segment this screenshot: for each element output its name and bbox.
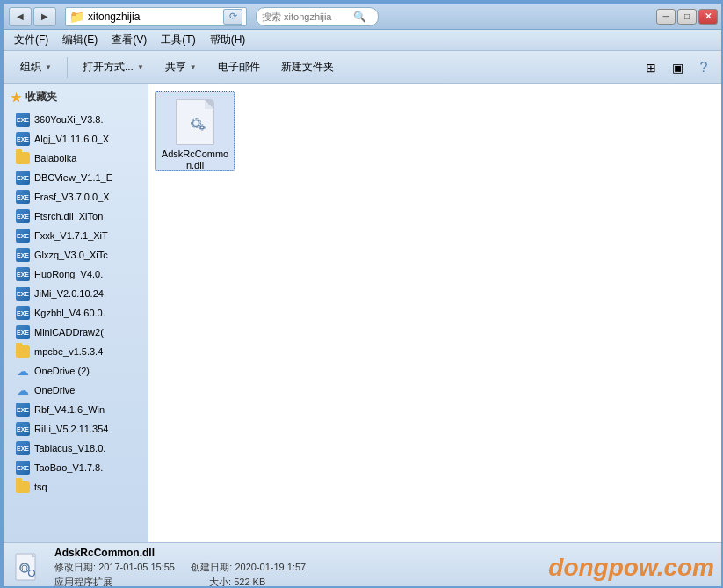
sidebar-icon-19 — [16, 480, 30, 494]
menu-tools[interactable]: 工具(T) — [154, 31, 202, 49]
menu-bar: 文件(F) 编辑(E) 查看(V) 工具(T) 帮助(H) — [4, 30, 723, 51]
sidebar-item-16[interactable]: EXE RiLi_V5.2.11.354 — [4, 419, 148, 439]
sidebar-icon-11: EXE — [16, 325, 30, 339]
search-input[interactable] — [262, 11, 350, 22]
sidebar-label-9: JiMi_V2.0.10.24. — [34, 288, 106, 299]
status-info: AdskRcCommon.dll 修改日期: 2017-01-05 15:55 … — [54, 547, 538, 589]
new-folder-button[interactable]: 新建文件夹 — [271, 54, 343, 81]
content-area[interactable]: AdskRcCommon.dll — [148, 84, 723, 542]
sidebar-item-1[interactable]: EXE Algj_V1.11.6.0_X — [4, 129, 148, 149]
type-label: 应用程序扩展 — [54, 577, 112, 587]
sidebar-icon-15: EXE — [16, 403, 30, 417]
svg-point-0 — [193, 120, 199, 127]
email-button[interactable]: 电子邮件 — [208, 54, 270, 81]
sidebar: ★ 收藏夹 EXE 360YouXi_V3.8. EXE Algj_V1.11.… — [4, 84, 148, 542]
nav-buttons: ◀ ▶ — [9, 7, 56, 26]
create-date: 2020-01-19 1:57 — [235, 562, 306, 572]
title-bar-left: ◀ ▶ 📁 ⟳ 🔍 — [9, 7, 379, 26]
sidebar-item-19[interactable]: tsq — [4, 477, 148, 497]
gear-icon — [181, 108, 209, 136]
window-controls: ─ □ ✕ — [656, 9, 718, 25]
close-button[interactable]: ✕ — [698, 9, 718, 25]
status-bar: AdskRcCommon.dll 修改日期: 2017-01-05 15:55 … — [4, 542, 723, 588]
sidebar-icon-17: EXE — [16, 441, 30, 455]
sidebar-label-2: Balabolka — [34, 153, 76, 163]
modify-date: 2017-01-05 15:55 — [98, 562, 175, 572]
preview-pane-button[interactable]: ▣ — [665, 55, 690, 80]
maximize-button[interactable]: □ — [677, 9, 697, 25]
address-bar[interactable]: 📁 ⟳ — [65, 7, 247, 26]
help-button[interactable]: ? — [691, 55, 716, 80]
new-folder-label: 新建文件夹 — [281, 60, 334, 75]
search-bar[interactable]: 🔍 — [256, 7, 379, 26]
sidebar-label-5: Ftsrch.dll_XiTon — [34, 211, 103, 221]
sidebar-label-8: HuoRong_V4.0. — [34, 269, 103, 279]
sidebar-item-7[interactable]: EXE Glxzq_V3.0_XiTc — [4, 245, 148, 265]
sidebar-label-19: tsq — [34, 482, 47, 492]
size-value: 522 KB — [234, 577, 265, 587]
sidebar-item-9[interactable]: EXE JiMi_V2.0.10.24. — [4, 284, 148, 303]
sidebar-item-15[interactable]: EXE Rbf_V4.1.6_Win — [4, 400, 148, 419]
sidebar-icon-4: EXE — [16, 190, 30, 204]
forward-button[interactable]: ▶ — [33, 7, 56, 26]
sidebar-label-7: Glxzq_V3.0_XiTc — [34, 250, 108, 260]
sidebar-item-8[interactable]: EXE HuoRong_V4.0. — [4, 265, 148, 284]
sidebar-item-11[interactable]: EXE MiniCADDraw2( — [4, 323, 148, 342]
sidebar-label-6: Fxxk_V1.7.1_XiT — [34, 230, 108, 241]
sidebar-item-4[interactable]: EXE Frasf_V3.7.0.0_X — [4, 187, 148, 207]
toolbar-divider-1 — [67, 57, 68, 78]
menu-file[interactable]: 文件(F) — [7, 31, 55, 49]
sidebar-icon-0: EXE — [16, 113, 30, 127]
sidebar-label-0: 360YouXi_V3.8. — [34, 114, 104, 125]
sidebar-icon-3: EXE — [16, 171, 30, 185]
sidebar-item-17[interactable]: EXE Tablacus_V18.0. — [4, 439, 148, 458]
sidebar-item-6[interactable]: EXE Fxxk_V1.7.1_XiT — [4, 226, 148, 245]
sidebar-item-10[interactable]: EXE Kgzbbl_V4.60.0. — [4, 303, 148, 323]
watermark-text: dongpow.com — [548, 554, 714, 582]
toolbar: 组织 ▼ 打开方式... ▼ 共享 ▼ 电子邮件 新建文件夹 ⊞ ▣ ? — [4, 51, 723, 84]
menu-help[interactable]: 帮助(H) — [203, 31, 253, 49]
share-button[interactable]: 共享 ▼ — [155, 54, 206, 81]
view-mode-button[interactable]: ⊞ — [639, 55, 663, 80]
organize-arrow: ▼ — [45, 63, 52, 71]
file-item-adskrccommon[interactable]: AdskRcCommon.dll — [155, 91, 235, 171]
sidebar-item-18[interactable]: EXE TaoBao_V1.7.8. — [4, 458, 148, 477]
go-button[interactable]: ⟳ — [223, 9, 242, 25]
sidebar-label-11: MiniCADDraw2( — [34, 327, 104, 338]
sidebar-icon-13: ☁ — [16, 364, 30, 378]
back-button[interactable]: ◀ — [9, 7, 32, 26]
size-label: 大小: — [209, 577, 231, 587]
sidebar-item-14[interactable]: ☁ OneDrive — [4, 381, 148, 400]
sidebar-icon-5: EXE — [16, 209, 30, 223]
sidebar-item-12[interactable]: mpcbe_v1.5.3.4 — [4, 342, 148, 361]
organize-button[interactable]: 组织 ▼ — [11, 54, 61, 81]
dll-file-icon — [172, 99, 218, 145]
sidebar-icon-18: EXE — [16, 461, 30, 475]
title-bar: ◀ ▶ 📁 ⟳ 🔍 ─ □ ✕ — [4, 4, 723, 30]
sidebar-label-16: RiLi_V5.2.11.354 — [34, 424, 108, 434]
open-with-button[interactable]: 打开方式... ▼ — [73, 54, 154, 81]
sidebar-label-18: TaoBao_V1.7.8. — [34, 462, 103, 473]
sidebar-icon-6: EXE — [16, 229, 30, 243]
status-file-icon — [12, 550, 44, 585]
sidebar-label-4: Frasf_V3.7.0.0_X — [34, 192, 110, 202]
main-layout: ★ 收藏夹 EXE 360YouXi_V3.8. EXE Algj_V1.11.… — [4, 84, 723, 542]
sidebar-icon-16: EXE — [16, 422, 30, 436]
search-icon[interactable]: 🔍 — [353, 11, 366, 23]
address-input[interactable] — [88, 11, 220, 23]
sidebar-label-10: Kgzbbl_V4.60.0. — [34, 308, 105, 318]
menu-edit[interactable]: 编辑(E) — [55, 31, 105, 49]
sidebar-label-3: DBCView_V1.1_E — [34, 172, 112, 183]
create-label: 创建日期: — [191, 562, 232, 572]
minimize-button[interactable]: ─ — [656, 9, 676, 25]
sidebar-item-13[interactable]: ☁ OneDrive (2) — [4, 361, 148, 381]
sidebar-item-3[interactable]: EXE DBCView_V1.1_E — [4, 168, 148, 187]
menu-view[interactable]: 查看(V) — [105, 31, 154, 49]
sidebar-label-14: OneDrive — [34, 385, 75, 396]
sidebar-item-2[interactable]: Balabolka — [4, 149, 148, 168]
modify-label: 修改日期: — [54, 562, 96, 572]
star-icon: ★ — [11, 91, 22, 105]
svg-point-2 — [200, 126, 204, 129]
sidebar-item-0[interactable]: EXE 360YouXi_V3.8. — [4, 110, 148, 129]
sidebar-item-5[interactable]: EXE Ftsrch.dll_XiTon — [4, 207, 148, 226]
